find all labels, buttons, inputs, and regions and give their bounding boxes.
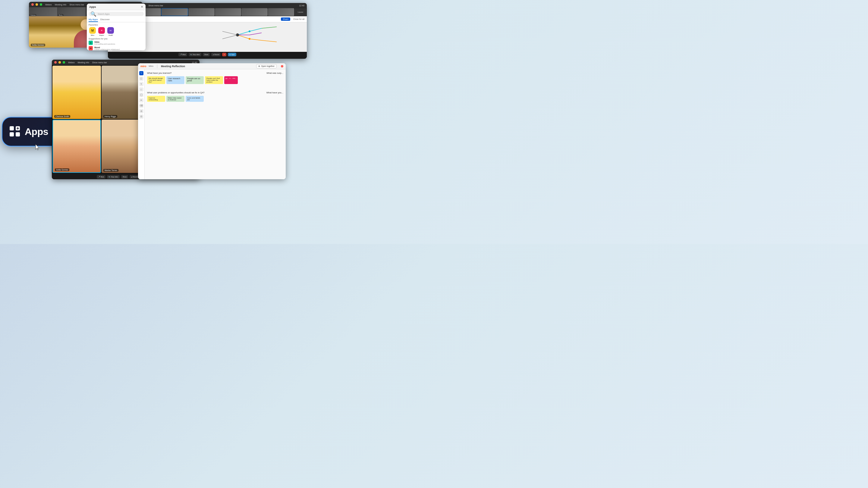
question-2: What was surp... bbox=[267, 72, 283, 74]
miro-win-content: ↖ ▢ T □ ◯ ✏ ⌫ ◎ ⊡ What have you learned?… bbox=[138, 69, 286, 179]
svg-line-2 bbox=[250, 28, 261, 31]
app-hopin[interactable]: ✕ Hopin bbox=[98, 27, 105, 36]
close-for-all-btn[interactable]: Close for all bbox=[293, 18, 304, 20]
stickies-row-1: We should design "non-tech-savvy-first" … bbox=[147, 76, 283, 84]
window3-menu[interactable]: Show menu bar bbox=[92, 61, 107, 64]
select-tool-miro[interactable]: ↖ bbox=[139, 71, 144, 75]
w3-stop-video-btn[interactable]: 📷 Stop video bbox=[107, 175, 120, 178]
suggestion-slido[interactable]: S Slido Live polling and questions bbox=[87, 40, 146, 45]
w2-participant-2 bbox=[161, 8, 188, 16]
question-3: What user problems or opportunities shou… bbox=[147, 91, 205, 94]
sticky-learn-5[interactable]: gu... n... visi... bbox=[224, 76, 238, 84]
w3-max[interactable] bbox=[63, 61, 65, 64]
apps-panel-header: Apps ✕ bbox=[87, 4, 146, 10]
window1-show-menu[interactable]: Show menu bar bbox=[69, 4, 84, 6]
mural-name: Mural bbox=[94, 46, 120, 48]
w3-close[interactable] bbox=[54, 61, 57, 64]
crop-tool-miro[interactable]: ⊡ bbox=[139, 115, 144, 119]
w3-min[interactable] bbox=[59, 61, 61, 64]
svg-line-5 bbox=[250, 33, 261, 35]
w3-mute-btn[interactable]: 🎤 Mute bbox=[97, 175, 105, 178]
svg-line-1 bbox=[238, 31, 250, 35]
w2-stop-video-btn[interactable]: 📷 Stop video bbox=[189, 53, 201, 56]
participant-name-1: Henry bbox=[58, 14, 63, 16]
question-row-1: What have you learned? What was surp... bbox=[147, 72, 283, 74]
hudl-icon: H bbox=[107, 27, 114, 34]
apps-search-bar[interactable]: 🔍 Search Apps bbox=[89, 12, 144, 16]
speaker-name: Sofia Gomez bbox=[31, 44, 45, 46]
app-hudl[interactable]: H Hudll bbox=[107, 27, 114, 36]
miro-board-name[interactable]: Meeting Reflection bbox=[161, 65, 185, 68]
participant-cell-sofia: Sofia Gomez bbox=[53, 120, 101, 173]
app-miro[interactable]: M Miro bbox=[89, 27, 96, 36]
w2-participant-5 bbox=[241, 8, 268, 16]
sticky-tool-miro[interactable]: □ bbox=[139, 87, 144, 92]
miro-win-logo-text: Miro bbox=[149, 65, 154, 67]
hopin-label: Hopin bbox=[99, 34, 104, 36]
apps-panel-title: Apps bbox=[89, 5, 96, 8]
apps-panel-close-button[interactable]: ✕ bbox=[141, 5, 143, 8]
slido-info: Slido Live polling and questions bbox=[94, 41, 115, 45]
stickies-row-2: Improve onboarding Make help easier to f… bbox=[147, 96, 283, 102]
participant-cell-clarissa: Clarissa Smith bbox=[53, 66, 101, 119]
favorites-section-label: Favorites bbox=[87, 24, 146, 26]
maximize-button[interactable] bbox=[40, 3, 42, 6]
mural-info: Mural Online collaborative whiteboard bbox=[94, 46, 120, 50]
svg-line-3 bbox=[261, 27, 277, 28]
w2-mute-btn[interactable]: 🎤 Mute bbox=[179, 53, 187, 56]
apps-favorites-list: M Miro ✕ Hopin H Hudll bbox=[87, 26, 146, 37]
w2-layout-btn[interactable]: Layout bbox=[294, 8, 307, 16]
text-tool-miro[interactable]: T bbox=[139, 82, 144, 86]
open-together-icon: ⊕ bbox=[258, 65, 260, 67]
window3-meeting[interactable]: Meeting info bbox=[78, 61, 89, 64]
question-1: What have you learned? bbox=[147, 72, 172, 74]
sticky-q4-1[interactable]: Improve onboarding bbox=[147, 96, 165, 102]
sticky-learn-1[interactable]: We should design "non-tech-savvy-first" bbox=[147, 76, 165, 84]
w2-record-btn[interactable]: ● Record bbox=[211, 53, 221, 56]
w2-participant-4 bbox=[215, 8, 241, 16]
apps-grid-icon bbox=[10, 126, 21, 137]
miro-win-close[interactable] bbox=[281, 65, 283, 67]
miro-reflection-canvas: What have you learned? What was surp... … bbox=[145, 69, 286, 179]
w3-share-btn[interactable]: Share bbox=[121, 175, 128, 178]
sticky-learn-3[interactable]: People are so great bbox=[186, 76, 204, 84]
svg-point-11 bbox=[249, 38, 250, 40]
w2-end-btn[interactable]: ✕ bbox=[222, 53, 226, 56]
tab-discover[interactable]: Discover bbox=[100, 18, 110, 22]
sticky-learn-2[interactable]: User research rules bbox=[166, 76, 184, 84]
suggestion-mural[interactable]: M Mural Online collaborative whiteboard bbox=[87, 45, 146, 50]
clarissa-label: Clarissa Smith bbox=[54, 115, 70, 118]
sticky-q4-3[interactable]: Icons and labels are bbox=[186, 96, 204, 102]
minimize-button[interactable] bbox=[36, 3, 38, 6]
hudl-label: Hudll bbox=[108, 34, 113, 36]
divider bbox=[157, 64, 157, 68]
sticky-q4-2[interactable]: Make help easier to find/use bbox=[166, 96, 184, 102]
miro-share-button[interactable]: Share bbox=[281, 18, 290, 21]
spacer bbox=[147, 87, 283, 91]
frame-tool-miro[interactable]: ▢ bbox=[139, 76, 144, 81]
window2-menu[interactable]: Show menu bar bbox=[148, 4, 163, 7]
w2-apps-btn[interactable]: ⊞ Apps bbox=[228, 53, 236, 56]
tab-my-apps[interactable]: My Apps bbox=[89, 18, 98, 22]
sticky-learn-4[interactable]: People can't find help inside the produc… bbox=[205, 76, 223, 84]
w3-record-btn[interactable]: ● Record bbox=[130, 175, 139, 178]
miro-win-titlebar: miro Miro Meeting Reflection ⊕ Open toge… bbox=[138, 63, 286, 69]
participant-name-0: Clarissa bbox=[30, 14, 36, 16]
question-row-2: What user problems or opportunities shou… bbox=[147, 91, 283, 94]
mindmap-svg bbox=[192, 22, 307, 48]
slido-desc: Live polling and questions bbox=[94, 43, 115, 45]
window3-title: Webex bbox=[68, 61, 75, 64]
pen-tool-miro[interactable]: ✏ bbox=[139, 98, 144, 102]
eraser-tool-miro[interactable]: ⌫ bbox=[139, 104, 144, 108]
close-button[interactable] bbox=[31, 3, 34, 6]
svg-line-12 bbox=[222, 31, 238, 35]
w2-share-btn[interactable]: Share bbox=[203, 53, 210, 56]
window1-meeting-info[interactable]: Meeting Info bbox=[55, 4, 67, 6]
participant-thumb-0: Clarissa bbox=[29, 7, 57, 16]
laser-tool-miro[interactable]: ◎ bbox=[139, 109, 144, 113]
apps-panel: Apps ✕ 🔍 Search Apps My Apps Discover Fa… bbox=[87, 4, 146, 50]
svg-line-13 bbox=[222, 35, 238, 39]
shape-tool-miro[interactable]: ◯ bbox=[139, 93, 144, 97]
miro-win-sidebar: ↖ ▢ T □ ◯ ✏ ⌫ ◎ ⊡ bbox=[138, 69, 145, 179]
open-together-button[interactable]: ⊕ Open together bbox=[256, 64, 277, 68]
